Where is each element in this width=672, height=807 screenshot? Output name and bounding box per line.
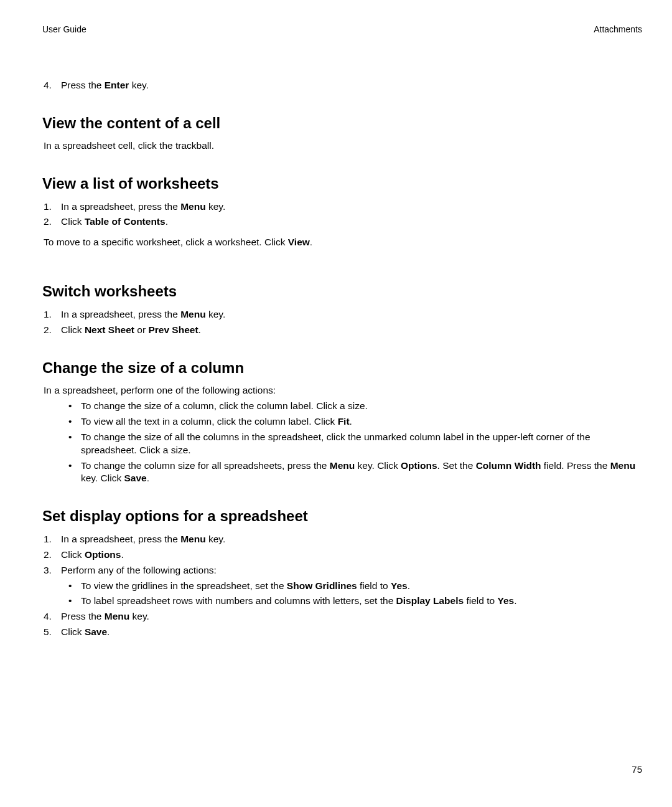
- bullet-text: To view all the text in a column, click …: [81, 415, 352, 428]
- t: To change the column size for all spread…: [81, 460, 330, 471]
- menu-fit: Fit: [338, 416, 350, 427]
- steps: 1. In a spreadsheet, press the Menu key.…: [42, 308, 642, 337]
- step-number: 3.: [42, 564, 61, 577]
- value-yes: Yes: [497, 595, 514, 606]
- step-number: 1.: [42, 201, 61, 214]
- header-right: Attachments: [594, 24, 642, 35]
- menu-table-of-contents: Table of Contents: [85, 216, 166, 227]
- step-text: Press the Menu key.: [61, 610, 642, 623]
- t: To view all the text in a column, click …: [81, 416, 338, 427]
- t: field to: [464, 595, 497, 606]
- key-menu: Menu: [180, 201, 205, 212]
- steps: 1. In a spreadsheet, press the Menu key.…: [42, 201, 642, 229]
- key-menu: Menu: [330, 460, 355, 471]
- t: field to: [357, 580, 391, 591]
- bullet-text: To change the size of all the columns in…: [81, 431, 642, 457]
- page: User Guide Attachments 4. Press the Ente…: [0, 0, 672, 639]
- heading-list-worksheets: View a list of worksheets: [42, 174, 642, 194]
- t: key.: [129, 80, 149, 90]
- t: Click: [61, 626, 85, 637]
- menu-save: Save: [85, 626, 107, 637]
- t: key.: [206, 534, 226, 544]
- page-number: 75: [632, 763, 642, 776]
- menu-next-sheet: Next Sheet: [85, 324, 134, 335]
- step-text: Press the Enter key.: [61, 79, 642, 92]
- step-text: Click Next Sheet or Prev Sheet.: [61, 324, 642, 337]
- bullet-text: To change the column size for all spread…: [81, 460, 642, 486]
- t: To move to a specific worksheet, click a…: [44, 237, 288, 247]
- t: . Set the: [437, 460, 476, 471]
- step-text: Click Table of Contents.: [61, 215, 642, 229]
- t: or: [134, 324, 148, 335]
- t: .: [408, 580, 410, 591]
- field-show-gridlines: Show Gridlines: [287, 580, 357, 591]
- menu-options: Options: [85, 549, 121, 560]
- step-text: Click Save.: [61, 626, 642, 639]
- t: Click: [61, 324, 85, 335]
- step-text: In a spreadsheet, press the Menu key.: [61, 201, 642, 214]
- menu-save: Save: [124, 473, 146, 483]
- t: .: [121, 549, 123, 560]
- menu-view: View: [288, 237, 310, 247]
- bullets: To change the size of a column, click th…: [68, 400, 642, 486]
- t: key.: [206, 309, 226, 319]
- t: In a spreadsheet, press the: [61, 534, 180, 544]
- key-menu: Menu: [105, 611, 129, 621]
- field-display-labels: Display Labels: [396, 595, 464, 606]
- t: key. Click: [81, 473, 124, 483]
- heading-switch-worksheets: Switch worksheets: [42, 281, 642, 301]
- step-number: 2.: [42, 549, 61, 562]
- t: field. Press the: [541, 460, 610, 471]
- t: .: [107, 626, 110, 637]
- t: In a spreadsheet, press the: [61, 309, 180, 319]
- page-header: User Guide Attachments: [42, 24, 642, 35]
- step-number: 5.: [42, 626, 61, 639]
- bullet-text: To change the size of a column, click th…: [81, 400, 368, 413]
- step-number: 4.: [42, 79, 61, 92]
- menu-prev-sheet: Prev Sheet: [148, 324, 198, 335]
- bullet-text: To view the gridlines in the spreadsheet…: [81, 580, 410, 593]
- t: To label spreadsheet rows with numbers a…: [81, 595, 396, 606]
- step-text: Perform any of the following actions:: [61, 564, 642, 577]
- t: .: [147, 473, 149, 483]
- header-left: User Guide: [42, 24, 86, 35]
- t: key.: [206, 201, 226, 212]
- pre-steps: 4. Press the Enter key.: [42, 79, 642, 92]
- value-yes: Yes: [391, 580, 408, 591]
- step-number: 4.: [42, 610, 61, 623]
- t: In a spreadsheet, press the: [61, 201, 180, 212]
- bullet-text: To label spreadsheet rows with numbers a…: [81, 595, 516, 608]
- t: Click: [61, 216, 85, 227]
- sub-bullets: To view the gridlines in the spreadsheet…: [68, 580, 642, 608]
- para: In a spreadsheet cell, click the trackba…: [44, 139, 642, 153]
- t: .: [198, 324, 201, 335]
- step-number: 1.: [42, 533, 61, 546]
- para: In a spreadsheet, perform one of the fol…: [44, 384, 642, 397]
- steps-cont: 4. Press the Menu key. 5. Click Save.: [42, 610, 642, 639]
- para: To move to a specific worksheet, click a…: [44, 236, 642, 249]
- t: Press the: [61, 80, 105, 90]
- t: .: [514, 595, 516, 606]
- field-column-width: Column Width: [476, 460, 541, 471]
- heading-display-options: Set display options for a spreadsheet: [42, 506, 642, 526]
- heading-change-column-size: Change the size of a column: [42, 358, 642, 378]
- key-menu: Menu: [180, 309, 205, 319]
- menu-options: Options: [401, 460, 437, 471]
- steps: 1. In a spreadsheet, press the Menu key.…: [42, 533, 642, 577]
- step-number: 2.: [42, 324, 61, 337]
- step-text: In a spreadsheet, press the Menu key.: [61, 308, 642, 321]
- key-menu: Menu: [610, 460, 635, 471]
- t: Press the: [61, 611, 105, 621]
- key-enter: Enter: [105, 80, 129, 90]
- t: .: [350, 416, 352, 427]
- t: key.: [129, 611, 149, 621]
- key-menu: Menu: [180, 534, 205, 544]
- step-text: In a spreadsheet, press the Menu key.: [61, 533, 642, 546]
- step-text: Click Options.: [61, 549, 642, 562]
- t: .: [310, 237, 312, 247]
- t: key. Click: [355, 460, 401, 471]
- t: .: [166, 216, 168, 227]
- step-number: 1.: [42, 308, 61, 321]
- heading-view-cell: View the content of a cell: [42, 113, 642, 133]
- t: To view the gridlines in the spreadsheet…: [81, 580, 287, 591]
